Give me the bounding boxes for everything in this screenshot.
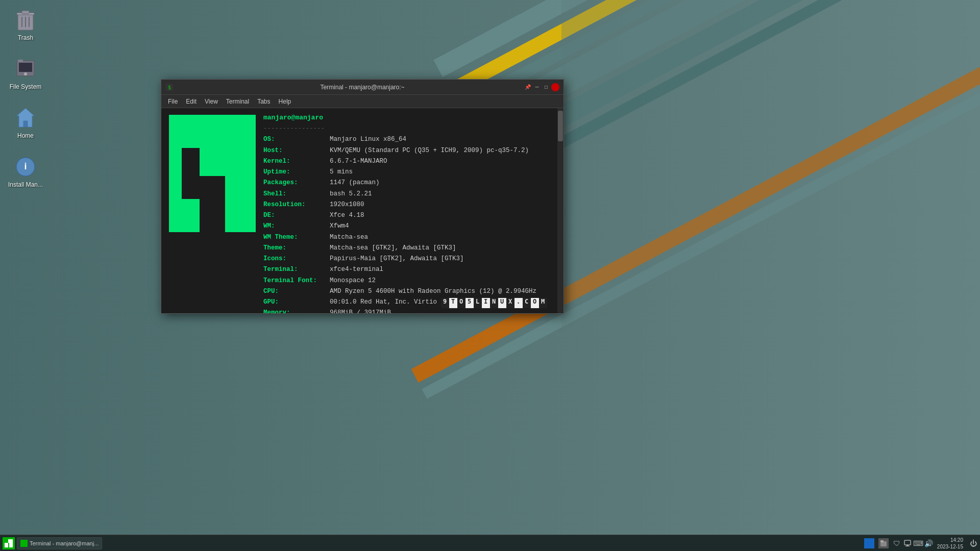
scrollbar-thumb[interactable] [558,111,563,141]
svg-rect-28 [200,115,225,176]
watermark-char: O [457,298,465,308]
svg-rect-29 [200,176,225,232]
systray: 🛡 ⌨ 🔊 [893,539,933,547]
info-key: WM Theme: [263,232,330,243]
watermark: 9TO5LINUX.COM [441,297,547,308]
display-tray-icon[interactable] [903,539,912,547]
info-value: Matcha-sea [GTK2], Adwaita [GTK3] [330,243,456,254]
info-value: Manjaro Linux x86_64 [330,134,406,145]
taskbar-left: Terminal - manjaro@manj... [3,537,102,549]
info-value: xfce4-terminal [330,264,383,275]
info-value: bash 5.2.21 [330,189,372,199]
info-line: Kernel: 6.6.7-1-MANJARO [263,156,552,167]
info-key: Resolution: [263,199,330,210]
info-line: OS: Manjaro Linux x86_64 [263,134,552,145]
svg-rect-27 [225,115,256,232]
taskbar-date: 2023-12-15 [937,543,963,550]
start-button[interactable] [3,537,15,549]
terminal-window: $ Terminal - manjaro@manjaro:~ 📌 ─ □ Fil… [161,79,564,314]
info-value: 968MiB / 3917MiB [330,308,391,313]
svg-rect-36 [880,540,884,542]
svg-rect-19 [18,60,23,62]
terminal-window-controls: 📌 ─ □ [524,83,559,91]
install-icon-item[interactable]: i Install Man... [5,152,46,191]
menu-view[interactable]: View [201,97,222,106]
close-button[interactable] [551,83,559,91]
user-host-line: manjaro@manjaro [263,112,552,123]
svg-rect-39 [905,546,910,546]
filesystem-label: File System [10,83,42,90]
svg-rect-12 [22,11,29,14]
info-line: WM Theme: Matcha-sea [263,232,552,243]
info-key: CPU: [263,286,330,297]
taskbar-clock: 14:20 2023-12-15 [937,537,965,550]
terminal-scrollbar[interactable] [557,108,564,313]
info-key: Icons: [263,254,330,264]
svg-rect-37 [904,540,911,545]
info-lines: OS: Manjaro Linux x86_64Host: KVM/QEMU (… [263,134,552,313]
info-line: Shell: bash 5.2.21 [263,189,552,199]
taskbar: Terminal - manjaro@manj... 🛡 [0,535,980,551]
info-line: Theme: Matcha-sea [GTK2], Adwaita [GTK3] [263,243,552,254]
info-line: Terminal: xfce4-terminal [263,264,552,275]
terminal-content[interactable]: manjaro@manjaro ---------------- OS: Man… [161,108,557,313]
info-value: Xfce 4.18 [330,210,364,221]
info-key: OS: [263,134,330,145]
taskbar-time: 14:20 [950,537,963,543]
menu-tabs[interactable]: Tabs [253,97,274,106]
menu-edit[interactable]: Edit [182,97,201,106]
info-value: Xfwm4 [330,221,349,232]
menu-help[interactable]: Help [275,97,296,106]
svg-rect-34 [5,539,8,543]
home-icon-item[interactable]: Home [5,103,46,142]
info-value: 6.6.7-1-MANJARO [330,156,387,167]
terminal-menubar: File Edit View Terminal Tabs Help [161,95,564,108]
taskbar-terminal-button[interactable]: Terminal - manjaro@manj... [17,537,102,549]
terminal-app-icon: $ [165,83,174,91]
info-line: WM: Xfwm4 [263,221,552,232]
svg-rect-17 [19,63,32,72]
filesystem-icon-item[interactable]: File System [5,54,46,93]
watermark-char: 5 [465,298,474,308]
info-value: 1147 (pacman) [330,178,380,188]
info-key: Terminal Font: [263,276,330,286]
files-indicator[interactable] [878,538,889,548]
info-line: DE: Xfce 4.18 [263,210,552,221]
separator: ---------------- [263,123,552,134]
info-value: 5 mins [330,167,353,178]
win-indicator[interactable] [864,538,874,548]
pin-button[interactable]: 📌 [524,83,532,91]
keyboard-tray-icon[interactable]: ⌨ [914,539,922,547]
info-key: Host: [263,145,330,156]
svg-text:i: i [24,161,27,171]
audio-tray-icon[interactable]: 🔊 [925,539,933,547]
watermark-char: C [523,298,531,308]
info-line: Memory: 968MiB / 3917MiB [263,308,552,313]
info-line: Terminal Font: Monospace 12 [263,276,552,286]
info-value: AMD Ryzen 5 4600H with Radeon Graphics (… [330,286,536,297]
info-value: Monospace 12 [330,276,376,286]
svg-text:$: $ [168,85,171,90]
menu-file[interactable]: File [164,97,182,106]
watermark-char: X [506,298,514,308]
svg-point-18 [24,72,27,76]
minimize-button[interactable]: ─ [533,83,541,91]
menu-terminal[interactable]: Terminal [222,97,253,106]
security-tray-icon[interactable]: 🛡 [893,539,901,547]
info-key: Theme: [263,243,330,254]
watermark-char: 9 [441,298,449,308]
trash-icon [13,8,38,32]
svg-rect-38 [906,545,909,546]
power-tray-icon[interactable]: ⏻ [969,539,977,547]
watermark-char: I [482,298,490,308]
taskbar-right: 🛡 ⌨ 🔊 14:20 2023-12-15 [864,537,977,550]
maximize-button[interactable]: □ [542,83,550,91]
info-line: Icons: Papirus-Maia [GTK2], Adwaita [GTK… [263,254,552,264]
trash-icon-item[interactable]: Trash [5,5,46,44]
taskbar-terminal-label: Terminal - manjaro@manj... [30,540,99,546]
info-key: DE: [263,210,330,221]
info-key: Packages: [263,178,330,188]
terminal-system-info: manjaro@manjaro ---------------- OS: Man… [258,112,552,309]
info-value: Matcha-sea [330,232,368,243]
trash-label: Trash [18,34,33,41]
